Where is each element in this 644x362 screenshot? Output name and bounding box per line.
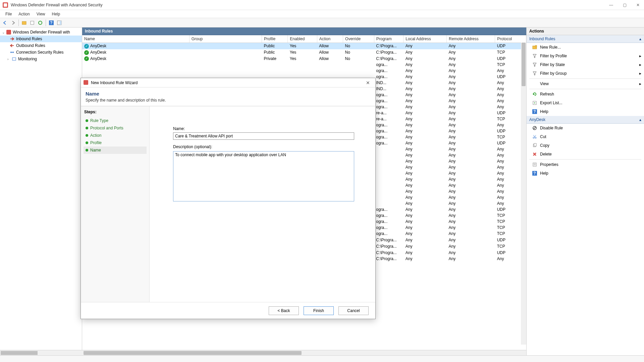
col-program[interactable]: Program xyxy=(374,35,404,43)
horizontal-scrollbar[interactable] xyxy=(82,350,526,355)
tree-label: Outbound Rules xyxy=(16,43,45,48)
col-enabled[interactable]: Enabled xyxy=(288,35,317,43)
copy-icon xyxy=(532,143,537,148)
wizard-form: Name: Description (optional): xyxy=(150,106,375,302)
menu-action[interactable]: Action xyxy=(15,11,33,17)
menu-file[interactable]: File xyxy=(2,11,15,17)
action-label: Properties xyxy=(540,162,558,167)
export-icon xyxy=(532,100,537,106)
col-local-address[interactable]: Local Address xyxy=(404,35,447,43)
action-label: View xyxy=(540,81,549,86)
refresh-tool-icon[interactable] xyxy=(37,19,44,26)
maximize-button[interactable]: ▢ xyxy=(621,3,628,7)
wizard-close-button[interactable]: ✕ xyxy=(363,80,373,85)
table-row[interactable]: ✓AnyDeskPublicYesAllowNoC:\Progra...AnyA… xyxy=(82,49,526,56)
tree-inbound-rules[interactable]: Inbound Rules xyxy=(0,36,82,42)
wizard-step-rule-type[interactable]: Rule Type xyxy=(84,117,147,124)
connection-icon xyxy=(9,50,15,55)
svg-rect-30 xyxy=(84,80,88,85)
center-header: Inbound Rules xyxy=(82,27,526,35)
wizard-titlebar[interactable]: New Inbound Rule Wizard ✕ xyxy=(81,78,375,87)
wizard-step-subheading: Specify the name and description of this… xyxy=(86,98,371,103)
vertical-scrollbar[interactable] xyxy=(521,43,526,345)
action-label: Help xyxy=(540,109,548,114)
tree-horizontal-scrollbar[interactable] xyxy=(0,350,82,355)
step-link[interactable]: Protocol and Ports xyxy=(90,126,123,130)
action-cut[interactable]: Cut xyxy=(527,132,644,141)
action-copy[interactable]: Copy xyxy=(527,141,644,150)
table-row[interactable]: ogra...AnyAnyAny xyxy=(82,68,526,74)
svg-text:?: ? xyxy=(533,171,536,176)
tree-connection-security[interactable]: Connection Security Rules xyxy=(0,49,82,56)
action-label: Filter by State xyxy=(540,62,565,67)
action-label: Delete xyxy=(540,152,552,157)
action-new-rule[interactable]: New Rule... xyxy=(527,43,644,52)
action-disable-rule[interactable]: Disable Rule xyxy=(527,124,644,132)
actions-section-anydesk[interactable]: AnyDesk ▴ xyxy=(527,116,644,124)
action-filter-by-profile[interactable]: Filter by Profile▸ xyxy=(527,52,644,60)
step-link[interactable]: Rule Type xyxy=(90,118,108,123)
rule-description-input[interactable] xyxy=(173,151,354,201)
action-properties[interactable]: Properties xyxy=(527,160,644,169)
back-button[interactable] xyxy=(1,19,9,26)
collapse-section-icon[interactable]: ▴ xyxy=(639,37,641,41)
actions-pane: Actions Inbound Rules ▴ New Rule...Filte… xyxy=(527,27,644,355)
firewall-app-icon xyxy=(3,2,8,8)
properties-tool-icon[interactable] xyxy=(29,19,36,26)
action-refresh[interactable]: Refresh xyxy=(527,90,644,99)
col-action[interactable]: Action xyxy=(317,35,343,43)
col-group[interactable]: Group xyxy=(189,35,262,43)
col-remote-address[interactable]: Remote Address xyxy=(447,35,495,43)
table-row[interactable]: ogra...AnyAnyTCP xyxy=(82,62,526,68)
collapse-section-icon[interactable]: ▴ xyxy=(639,117,641,122)
finish-button[interactable]: Finish xyxy=(304,306,334,315)
outbound-icon xyxy=(9,43,15,48)
actions-section-label: AnyDesk xyxy=(529,117,545,122)
wizard-steps-sidebar: Steps: Rule TypeProtocol and PortsAction… xyxy=(81,106,150,302)
col-override[interactable]: Override xyxy=(343,35,374,43)
col-name[interactable]: Name xyxy=(82,35,189,43)
actions-section-inbound[interactable]: Inbound Rules ▴ xyxy=(527,35,644,43)
refresh-icon xyxy=(532,92,537,97)
action-help[interactable]: ?Help xyxy=(527,169,644,178)
action-delete[interactable]: Delete xyxy=(527,150,644,159)
step-link[interactable]: Profile xyxy=(90,140,102,145)
show-hide-action-pane-icon[interactable] xyxy=(56,19,63,26)
menu-view[interactable]: View xyxy=(33,11,49,17)
menu-help[interactable]: Help xyxy=(49,11,64,17)
expand-icon[interactable]: › xyxy=(7,57,11,61)
help-tool-icon[interactable]: ? xyxy=(48,19,55,26)
step-link[interactable]: Action xyxy=(90,133,101,138)
action-filter-by-state[interactable]: Filter by State▸ xyxy=(527,60,644,69)
action-view[interactable]: View▸ xyxy=(527,79,644,88)
action-help[interactable]: ?Help xyxy=(527,107,644,116)
close-button[interactable]: ✕ xyxy=(635,3,641,7)
rule-name-input[interactable] xyxy=(173,132,354,140)
tree-monitoring[interactable]: › Monitoring xyxy=(0,56,82,62)
navigation-tree[interactable]: ⌄ Windows Defender Firewall with Inbound… xyxy=(0,27,82,355)
col-protocol[interactable]: Protocol xyxy=(495,35,526,43)
col-profile[interactable]: Profile xyxy=(262,35,288,43)
wizard-step-name[interactable]: Name xyxy=(84,146,147,154)
wizard-step-profile[interactable]: Profile xyxy=(84,139,147,146)
props-icon xyxy=(532,162,537,167)
table-row[interactable]: ✓AnyDeskPublicYesAllowNoC:\Progra...AnyA… xyxy=(82,43,526,49)
svg-rect-13 xyxy=(12,58,16,60)
collapse-icon[interactable]: ⌄ xyxy=(2,31,6,34)
minimize-button[interactable]: — xyxy=(608,3,614,7)
filter-icon xyxy=(532,53,537,59)
wizard-step-action[interactable]: Action xyxy=(84,132,147,139)
action-filter-by-group[interactable]: Filter by Group▸ xyxy=(527,69,644,78)
tree-outbound-rules[interactable]: Outbound Rules xyxy=(0,42,82,49)
forward-button[interactable] xyxy=(9,19,17,26)
action-export-list[interactable]: Export List... xyxy=(527,99,644,107)
step-link[interactable]: Name xyxy=(90,148,101,153)
wizard-step-protocol-and-ports[interactable]: Protocol and Ports xyxy=(84,124,147,132)
toolbar: ? xyxy=(0,18,644,27)
tree-root[interactable]: ⌄ Windows Defender Firewall with xyxy=(0,29,82,36)
cancel-button[interactable]: Cancel xyxy=(338,306,369,315)
table-row[interactable]: ✓AnyDeskPrivateYesAllowNoC:\Progra...Any… xyxy=(82,56,526,62)
back-button[interactable]: < Back xyxy=(269,306,299,315)
menubar: File Action View Help xyxy=(0,10,644,18)
new-rule-tool-icon[interactable] xyxy=(20,19,28,26)
